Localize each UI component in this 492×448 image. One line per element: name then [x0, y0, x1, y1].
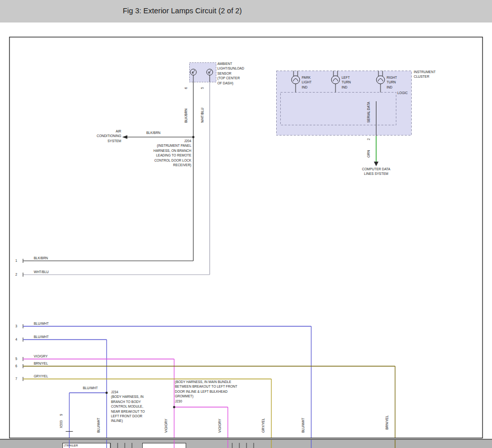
wire-label: BLU/WHT — [34, 334, 49, 339]
wire-label-bluwht-vertical: BLU/WHT — [301, 418, 305, 433]
park-light-ind-label: PARK LIGHT IND — [302, 75, 317, 89]
wire-label: GRY/YEL — [34, 374, 48, 378]
bottom-strip-ticks — [110, 443, 254, 448]
right-turn-ind-label: RIGHT TURN IND — [387, 75, 402, 89]
air-conditioning-label: AIR CONDITIONING SYSTEM — [88, 129, 121, 143]
connector-x500-pin: 9 — [59, 414, 63, 416]
sensor-pin-right: 5 — [200, 87, 205, 89]
wire-label-brnyel-vertical: BRN/YEL — [385, 415, 389, 430]
wire-label-blkbrn-branch: BLK/BRN — [146, 130, 161, 135]
wire-bluwht-branch — [70, 393, 107, 438]
serial-data-label: SERIAL DATA — [367, 102, 371, 123]
pin-number: 7 — [15, 376, 17, 381]
wire-whtblu — [23, 82, 210, 275]
splice-j234-dot — [105, 392, 107, 394]
cluster-pin-label: 2 — [367, 138, 371, 140]
pin-number: 2 — [15, 272, 17, 277]
pin-number: 1 — [15, 258, 17, 263]
sensor-pin-left: 6 — [184, 87, 188, 89]
computer-data-lines-label: COMPUTER DATA LINES SYSTEM — [357, 167, 395, 176]
wire-label: VIO/GRY — [34, 354, 48, 359]
instrument-cluster-label: INSTRUMENT CLUSTER — [414, 70, 444, 79]
wire-label-grn: GRN — [367, 150, 371, 158]
wire-label-blkbrn-vertical: BLK/BRN — [184, 108, 188, 123]
pin-number: 5 — [15, 356, 17, 361]
logic-label: LOGIC — [397, 91, 408, 95]
wire-label: BLK/BRN — [34, 256, 48, 260]
computer-data-arrow-icon — [374, 162, 378, 166]
wire-label: WHT/BLU — [34, 270, 49, 274]
splice-j230-label: (BODY HARNESS, IN MAIN BUNDLE BETWEEN BR… — [175, 379, 252, 404]
wire-label-viogry-vertical: VIO/GRY — [218, 419, 222, 433]
splice-j204-label: J204 (INSTRUMENT PANEL HARNESS, ON BRANC… — [129, 139, 191, 167]
sensor-label: AMBIENT LIGHT/SUNLOAD SENSOR (TOP CENTER… — [217, 61, 251, 85]
connector-x500-label: X500 — [59, 420, 63, 428]
wire-label-viogry-vertical: VIO/GRY — [164, 419, 168, 433]
pin-number: 6 — [15, 364, 17, 368]
left-turn-ind-label: LEFT TURN IND — [342, 75, 357, 89]
pin-number: 3 — [15, 324, 17, 328]
wire-stub-viogry — [174, 440, 228, 448]
ac-system-arrow-icon — [122, 136, 127, 139]
wire-label-bluwht-branch: BLU/WHT — [83, 386, 98, 390]
wiring-diagram-page: { "header": { "title": "Fig 3: Exterior … — [0, 0, 492, 448]
wire-stub-bluwht — [70, 440, 311, 448]
wire-blkbrn — [23, 82, 193, 261]
splice-j204-dot — [192, 136, 194, 138]
splice-j234-label: J234 (BODY HARNESS, IN BRANCH TO BODY CO… — [111, 390, 158, 423]
wire-label: BLU/WHT — [34, 321, 49, 326]
pin-number: 4 — [15, 337, 17, 342]
wire-label: BRN/YEL — [34, 361, 48, 366]
splice-j230-dot — [173, 406, 175, 408]
wire-label-whtblu-vertical: WHT/BLU — [200, 108, 205, 123]
wire-label-gryyel-vertical: GRY/YEL — [261, 418, 265, 433]
wire-label-bluwht-vertical: BLU/WHT — [97, 418, 101, 433]
